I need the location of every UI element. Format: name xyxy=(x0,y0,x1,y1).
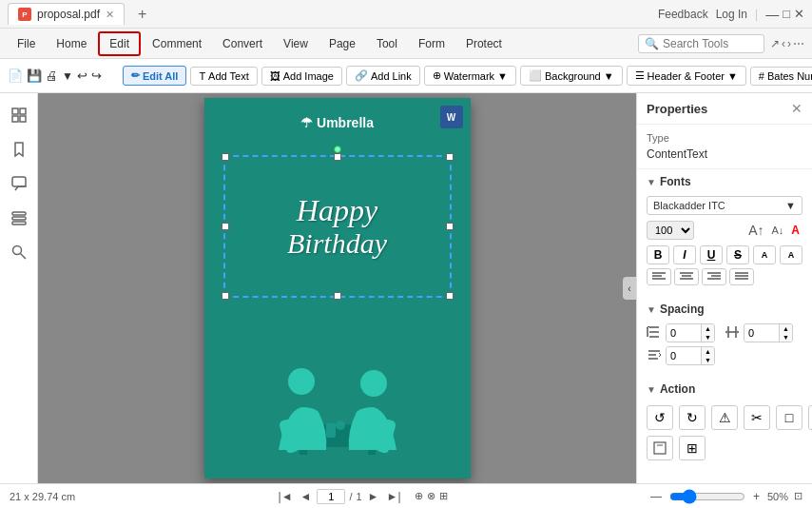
action-distribute-button[interactable]: ⊞ xyxy=(679,436,706,460)
close-icon[interactable]: ✕ xyxy=(794,7,804,21)
char-spacing-value[interactable]: 0 xyxy=(744,325,779,341)
before-spacing-input[interactable]: 0 ▲ ▼ xyxy=(666,346,715,365)
active-tab[interactable]: P proposal.pdf ✕ xyxy=(8,3,125,25)
fit-page-icon[interactable]: ⊡ xyxy=(794,490,802,502)
before-spacing-up[interactable]: ▲ xyxy=(702,347,714,356)
line-spacing-value[interactable]: 0 xyxy=(667,325,701,341)
font-size-select[interactable]: 100 72 48 36 24 18 14 12 xyxy=(647,221,694,240)
add-image-button[interactable]: 🖼 Add Image xyxy=(261,67,342,86)
header-footer-button[interactable]: ☰ Header & Footer ▼ xyxy=(627,66,746,86)
subscript-button[interactable]: A xyxy=(780,245,802,264)
rotate-handle[interactable] xyxy=(334,146,341,153)
prev-page-button[interactable]: ◄ xyxy=(299,490,314,503)
action-replace-button[interactable]: ⊡ xyxy=(808,405,812,430)
add-text-button[interactable]: T Add Text xyxy=(190,67,257,86)
nav-menu-icon[interactable]: ⋯ xyxy=(793,37,804,50)
action-extract-button[interactable]: □ xyxy=(776,405,802,430)
menu-comment[interactable]: Comment xyxy=(143,33,211,54)
menu-file[interactable]: File xyxy=(8,33,45,54)
menu-form[interactable]: Form xyxy=(409,33,454,54)
print-icon[interactable]: 🖨 xyxy=(46,68,58,83)
align-justify-button[interactable] xyxy=(729,268,754,285)
bold-button[interactable]: B xyxy=(647,245,669,264)
maximize-icon[interactable]: □ xyxy=(783,7,790,21)
menu-protect[interactable]: Protect xyxy=(456,33,512,54)
bates-number-button[interactable]: # Bates Number ▼ xyxy=(750,67,812,86)
new-tab-button[interactable]: + xyxy=(130,2,154,27)
search-box[interactable]: 🔍 xyxy=(638,34,764,53)
handle-mr[interactable] xyxy=(446,223,454,230)
font-decrease-button[interactable]: A↓ xyxy=(768,221,786,240)
action-align-button[interactable] xyxy=(647,436,673,460)
canvas-area[interactable]: › ☂ Umbrella xyxy=(38,93,636,483)
action-rotate-right-button[interactable]: ↻ xyxy=(679,405,706,430)
menu-home[interactable]: Home xyxy=(47,33,96,54)
menu-view[interactable]: View xyxy=(274,33,318,54)
line-spacing-up[interactable]: ▲ xyxy=(702,324,714,333)
menu-edit[interactable]: Edit xyxy=(98,31,141,56)
first-page-button[interactable]: |◄ xyxy=(277,490,295,503)
action-crop-button[interactable]: ✂ xyxy=(744,405,770,430)
action-rotate-left-button[interactable]: ↺ xyxy=(647,405,673,430)
menu-convert[interactable]: Convert xyxy=(213,33,272,54)
nav-back-icon[interactable]: ‹ xyxy=(782,37,785,50)
spacing-section-header[interactable]: ▼ Spacing xyxy=(637,297,812,320)
action-section-header[interactable]: ▼ Action xyxy=(637,377,812,400)
superscript-button[interactable]: A xyxy=(753,245,776,264)
handle-ml[interactable] xyxy=(222,223,229,230)
sidebar-thumbnails-icon[interactable] xyxy=(5,101,33,129)
font-increase-button[interactable]: A↑ xyxy=(745,221,766,240)
word-icon[interactable]: W xyxy=(440,106,463,128)
zoom-in-button[interactable]: + xyxy=(751,490,762,503)
menu-page[interactable]: Page xyxy=(319,33,365,54)
align-center-button[interactable] xyxy=(674,268,699,285)
before-spacing-value[interactable]: 0 xyxy=(667,348,701,363)
handle-tr[interactable] xyxy=(446,153,454,161)
handle-bl[interactable] xyxy=(222,292,229,300)
view-icon1[interactable]: ⊕ xyxy=(415,490,423,502)
strikethrough-button[interactable]: S xyxy=(726,245,749,264)
menu-tool[interactable]: Tool xyxy=(367,33,407,54)
watermark-button[interactable]: ⊕ Watermark ▼ xyxy=(424,66,516,86)
last-page-button[interactable]: ►| xyxy=(385,490,403,503)
sidebar-comments-icon[interactable] xyxy=(5,169,33,198)
current-page-input[interactable] xyxy=(317,489,345,504)
zoom-out-button[interactable]: — xyxy=(648,490,664,503)
align-right-button[interactable] xyxy=(702,268,726,285)
char-spacing-input[interactable]: 0 ▲ ▼ xyxy=(744,323,793,342)
tab-close-button[interactable]: ✕ xyxy=(106,9,114,21)
action-flip-button[interactable]: ⚠ xyxy=(711,405,738,430)
feedback-link[interactable]: Feedback xyxy=(658,8,708,21)
handle-tl[interactable] xyxy=(222,153,229,161)
char-spacing-up[interactable]: ▲ xyxy=(780,324,792,333)
next-page-button[interactable]: ► xyxy=(366,490,381,503)
char-spacing-down[interactable]: ▼ xyxy=(780,333,792,342)
add-link-button[interactable]: 🔗 Add Link xyxy=(346,66,420,86)
text-selection-box[interactable]: Happy Birthday xyxy=(223,155,452,298)
pdf-page[interactable]: ☂ Umbrella Happy Birthda xyxy=(204,98,471,479)
login-link[interactable]: Log In xyxy=(716,8,747,21)
fonts-section-header[interactable]: ▼ Fonts xyxy=(637,169,812,192)
before-spacing-down[interactable]: ▼ xyxy=(702,356,714,364)
save-icon[interactable]: 💾 xyxy=(27,68,42,83)
line-spacing-down[interactable]: ▼ xyxy=(702,333,714,342)
sidebar-bookmarks-icon[interactable] xyxy=(5,135,33,164)
nav-forward-icon[interactable]: › xyxy=(787,37,791,50)
background-button[interactable]: ⬜ Background ▼ xyxy=(520,66,623,86)
collapse-right-button[interactable]: ‹ xyxy=(623,277,636,300)
font-color-button[interactable]: A xyxy=(788,221,802,240)
minimize-icon[interactable]: — xyxy=(765,7,779,22)
handle-bm[interactable] xyxy=(334,292,341,300)
line-spacing-input[interactable]: 0 ▲ ▼ xyxy=(666,323,715,342)
edit-all-button[interactable]: ✏ Edit All xyxy=(123,66,186,86)
view-icon3[interactable]: ⊞ xyxy=(439,490,448,502)
zoom-slider[interactable] xyxy=(669,489,745,504)
sidebar-search-icon[interactable] xyxy=(5,238,33,266)
align-left-button[interactable] xyxy=(647,268,671,285)
underline-button[interactable]: U xyxy=(700,245,723,264)
search-input[interactable] xyxy=(663,37,758,50)
undo-icon[interactable]: ↩ xyxy=(77,68,87,83)
dropdown-icon[interactable]: ▼ xyxy=(62,69,73,83)
view-icon2[interactable]: ⊗ xyxy=(427,490,435,502)
font-select-dropdown[interactable]: Blackadder ITC ▼ xyxy=(647,196,802,215)
